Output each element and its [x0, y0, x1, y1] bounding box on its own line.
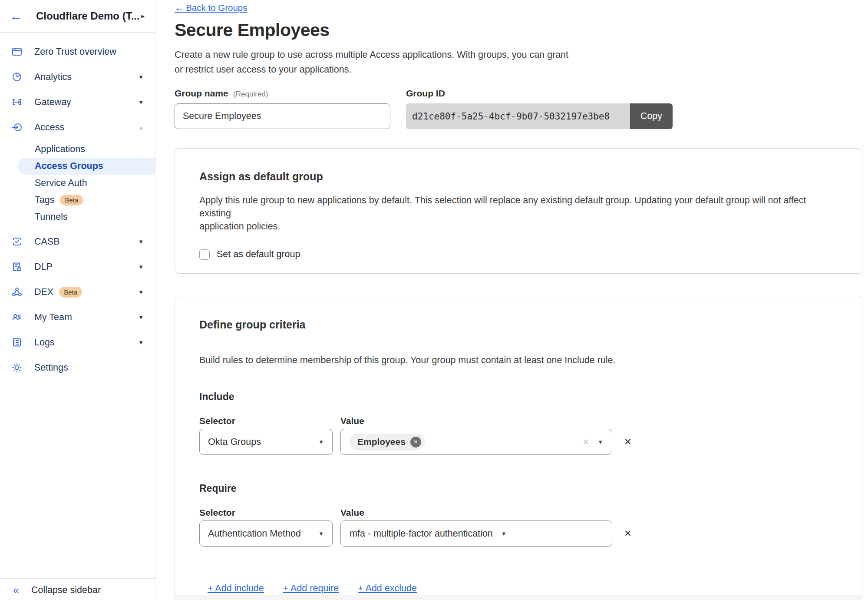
require-value-text: mfa - multiple-factor authentication: [350, 528, 493, 539]
logs-list-icon: [11, 337, 23, 348]
sidebar-item-casb[interactable]: CASB ▼: [0, 229, 155, 254]
collapse-sidebar-icon: «: [13, 584, 19, 597]
sidebar-item-label: Gateway: [34, 97, 71, 108]
criteria-card: Define group criteria Build rules to det…: [175, 296, 862, 600]
dlp-document-lock-icon: [11, 261, 23, 273]
include-rule-row: Okta Groups ▼ Employees ✕ ✕ ▼ ✕: [199, 429, 838, 455]
remove-require-rule-icon[interactable]: ✕: [624, 528, 632, 539]
chevron-down-icon: ▼: [318, 530, 324, 537]
add-rule-links: + Add include + Add require + Add exclud…: [208, 583, 838, 594]
remove-include-rule-icon[interactable]: ✕: [624, 437, 632, 447]
default-group-card: Assign as default group Apply this rule …: [175, 148, 862, 274]
group-name-input[interactable]: [175, 103, 390, 129]
sidebar-subitem-label: Applications: [35, 144, 85, 155]
sidebar-item-zero-trust-overview[interactable]: Zero Trust overview: [0, 39, 155, 64]
sidebar-item-label: DLP: [34, 262, 53, 272]
group-id-label: Group ID: [406, 88, 445, 98]
gateway-icon: [11, 96, 23, 108]
sidebar-item-label: Access: [34, 122, 64, 133]
chevron-down-icon[interactable]: ▼: [138, 239, 144, 245]
sidebar-item-access[interactable]: Access ▲: [0, 115, 155, 140]
chevron-down-icon[interactable]: ▼: [138, 289, 144, 295]
add-include-link[interactable]: + Add include: [208, 583, 264, 594]
require-heading: Require: [199, 483, 838, 494]
chevron-down-icon: ▼: [318, 439, 324, 445]
required-hint: (Required): [233, 90, 268, 98]
gear-icon: [11, 362, 23, 374]
value-chip: Employees ✕: [350, 434, 425, 451]
group-name-label: Group name: [175, 88, 228, 98]
sidebar-item-tunnels[interactable]: Tunnels: [0, 209, 155, 225]
chevron-down-icon[interactable]: ▼: [138, 314, 144, 321]
include-selector-label: Selector: [199, 416, 340, 426]
page-description-line2: or restrict user access to your applicat…: [175, 64, 351, 75]
default-group-body-line2: application policies.: [199, 221, 280, 232]
chevron-down-icon: ▼: [501, 530, 507, 537]
sidebar-item-dex[interactable]: DEX Beta ▼: [0, 279, 155, 305]
group-form-row: Group name (Required) Group ID d21ce80f-…: [175, 88, 862, 129]
chevron-up-icon[interactable]: ▲: [138, 124, 144, 131]
sidebar-item-tags[interactable]: Tags Beta: [0, 192, 155, 209]
sidebar-item-gateway[interactable]: Gateway ▼: [0, 90, 155, 115]
require-labels: Selector Value: [199, 507, 838, 518]
include-selector-dropdown[interactable]: Okta Groups ▼: [199, 429, 333, 455]
sidebar-item-service-auth[interactable]: Service Auth: [0, 175, 155, 192]
back-to-groups-link[interactable]: ← Back to Groups: [175, 3, 247, 13]
sidebar-item-dlp[interactable]: DLP ▼: [0, 254, 155, 279]
require-value-dropdown[interactable]: mfa - multiple-factor authentication ▼: [340, 520, 612, 547]
require-selector-dropdown[interactable]: Authentication Method ▼: [199, 520, 333, 547]
group-id-field-wrap: Group ID d21ce80f-5a25-4bcf-9b07-5032197…: [406, 88, 673, 129]
sidebar-item-label: Analytics: [34, 72, 72, 83]
require-rule-row: Authentication Method ▼ mfa - multiple-f…: [199, 520, 838, 547]
sidebar-subitem-label: Tags: [35, 195, 54, 206]
default-group-checkbox-row: Set as default group: [199, 249, 838, 260]
sidebar-nav: Zero Trust overview Analytics ▼ Gateway: [0, 33, 155, 380]
page-description-line1: Create a new rule group to use across mu…: [175, 50, 568, 60]
add-require-link[interactable]: + Add require: [283, 583, 339, 594]
access-icon: [11, 122, 23, 133]
beta-badge: Beta: [59, 287, 82, 298]
sidebar-subitem-label: Access Groups: [35, 161, 103, 172]
access-submenu: Applications Access Groups Service Auth …: [0, 141, 155, 225]
chevron-down-icon[interactable]: ▼: [138, 264, 144, 270]
sidebar-item-label: DEX: [34, 287, 53, 298]
dex-network-icon: [11, 286, 23, 298]
chip-remove-icon[interactable]: ✕: [410, 437, 421, 448]
criteria-card-body: Build rules to determine membership of t…: [199, 354, 838, 367]
page-description: Create a new rule group to use across mu…: [175, 47, 862, 77]
sidebar-item-my-team[interactable]: My Team ▼: [0, 305, 155, 330]
require-value-label: Value: [340, 507, 364, 518]
copy-button[interactable]: Copy: [630, 103, 673, 129]
sidebar-item-label: Zero Trust overview: [34, 46, 116, 57]
add-exclude-link[interactable]: + Add exclude: [358, 583, 417, 594]
set-default-checkbox[interactable]: [199, 249, 210, 260]
team-people-icon: [11, 312, 23, 323]
collapse-sidebar-label: Collapse sidebar: [31, 585, 101, 596]
analytics-pie-icon: [11, 71, 23, 83]
app-window: ← Cloudflare Demo (T... ▸ Zero Trust ove…: [0, 0, 868, 600]
include-value-multiselect[interactable]: Employees ✕ ✕ ▼: [340, 429, 612, 455]
sidebar-item-label: Settings: [34, 362, 68, 373]
sidebar-item-logs[interactable]: Logs ▼: [0, 330, 155, 355]
account-name[interactable]: Cloudflare Demo (T...: [36, 10, 141, 22]
collapse-sidebar-button[interactable]: « Collapse sidebar: [0, 578, 155, 600]
sidebar-header: ← Cloudflare Demo (T... ▸: [0, 0, 155, 33]
criteria-card-footer: [175, 595, 862, 600]
criteria-card-title: Define group criteria: [199, 318, 838, 331]
sidebar-item-access-groups[interactable]: Access Groups: [17, 158, 155, 175]
main-content: ← Back to Groups Secure Employees Create…: [155, 0, 868, 600]
value-chip-label: Employees: [357, 437, 406, 447]
beta-badge: Beta: [60, 195, 83, 206]
back-arrow-icon[interactable]: ←: [10, 10, 23, 23]
sidebar-item-analytics[interactable]: Analytics ▼: [0, 64, 155, 90]
account-switch-chevron-icon[interactable]: ▸: [141, 12, 145, 20]
clear-values-icon[interactable]: ✕: [582, 437, 589, 447]
sidebar-item-applications[interactable]: Applications: [0, 141, 155, 158]
chevron-down-icon[interactable]: ▼: [138, 339, 144, 346]
include-heading: Include: [199, 391, 838, 403]
chevron-down-icon[interactable]: ▼: [138, 74, 144, 80]
chevron-down-icon[interactable]: ▼: [138, 99, 144, 106]
sidebar-item-label: Logs: [34, 337, 55, 348]
group-name-field-wrap: Group name (Required): [175, 88, 390, 129]
sidebar-item-settings[interactable]: Settings: [0, 355, 155, 380]
